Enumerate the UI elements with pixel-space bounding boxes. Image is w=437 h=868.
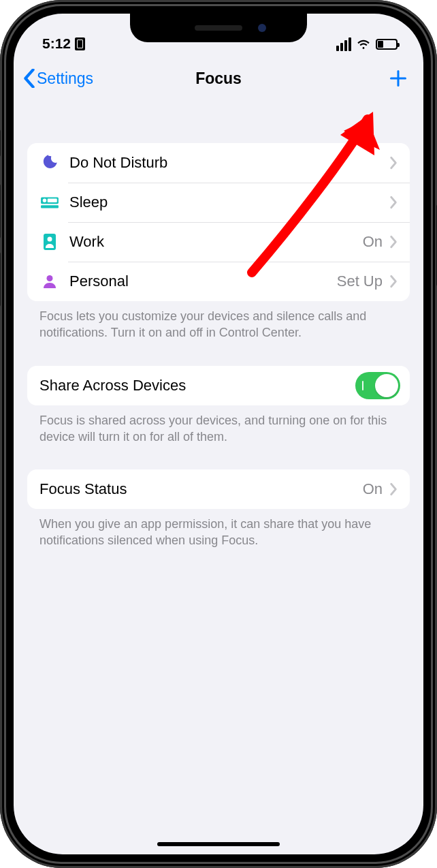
chevron-right-icon	[389, 196, 398, 209]
notch	[130, 14, 307, 42]
chevron-left-icon	[23, 69, 35, 88]
focus-row-value: On	[363, 233, 383, 251]
badge-icon	[39, 232, 60, 252]
svg-rect-5	[48, 199, 57, 202]
page-title: Focus	[195, 69, 242, 88]
share-footer-text: Focus is shared across your devices, and…	[27, 405, 410, 446]
chevron-right-icon	[389, 235, 398, 249]
back-button[interactable]: Settings	[23, 69, 93, 88]
share-group: Share Across Devices	[27, 366, 410, 405]
back-label: Settings	[37, 69, 93, 88]
focus-row-label: Do Not Disturb	[69, 154, 383, 172]
chevron-right-icon	[389, 482, 398, 496]
focus-status-label: Focus Status	[39, 480, 363, 498]
focus-modes-group: Do Not Disturb Sleep	[27, 143, 410, 301]
svg-point-4	[43, 199, 46, 202]
share-across-devices-row[interactable]: Share Across Devices	[27, 366, 410, 405]
focus-row-dnd[interactable]: Do Not Disturb	[27, 143, 410, 183]
moon-icon	[39, 153, 60, 173]
cellular-icon	[336, 37, 351, 51]
focus-footer-text: Focus lets you customize your devices an…	[27, 301, 410, 341]
speaker-grille	[195, 25, 242, 31]
front-camera	[258, 24, 266, 32]
focus-status-row[interactable]: Focus Status On	[27, 469, 410, 509]
focus-row-sleep[interactable]: Sleep	[27, 183, 410, 222]
nav-header: Settings Focus	[14, 55, 423, 102]
focus-row-label: Personal	[69, 273, 337, 290]
add-focus-button[interactable]	[388, 68, 408, 89]
wifi-icon	[356, 37, 371, 52]
focus-row-value: Set Up	[337, 273, 383, 290]
share-toggle[interactable]	[355, 372, 400, 399]
home-indicator[interactable]	[157, 842, 280, 846]
person-icon	[39, 271, 60, 292]
chevron-right-icon	[389, 156, 398, 170]
focus-row-personal[interactable]: Personal Set Up	[27, 262, 410, 301]
focus-row-work[interactable]: Work On	[27, 222, 410, 262]
focus-row-label: Sleep	[69, 193, 383, 211]
bed-icon	[39, 192, 60, 213]
status-left: 5:12	[42, 35, 85, 52]
share-label: Share Across Devices	[39, 377, 355, 394]
svg-point-7	[48, 237, 52, 242]
mute-switch	[0, 129, 1, 157]
plus-icon	[389, 69, 408, 88]
screen: 5:12 Settings Focus	[14, 14, 423, 854]
svg-point-8	[47, 275, 53, 281]
phone-frame: 5:12 Settings Focus	[0, 0, 437, 868]
focus-status-value: On	[363, 480, 383, 498]
status-right	[336, 37, 398, 52]
focus-status-group: Focus Status On	[27, 469, 410, 509]
battery-icon	[376, 39, 398, 50]
chevron-right-icon	[389, 275, 398, 288]
volume-down-button	[0, 252, 1, 307]
content: Do Not Disturb Sleep	[14, 116, 423, 854]
svg-rect-3	[41, 205, 59, 208]
focus-status-footer-text: When you give an app permission, it can …	[27, 509, 410, 549]
focus-row-label: Work	[69, 233, 363, 251]
sim-icon	[75, 37, 85, 50]
volume-up-button	[0, 184, 1, 238]
status-time: 5:12	[42, 35, 71, 52]
